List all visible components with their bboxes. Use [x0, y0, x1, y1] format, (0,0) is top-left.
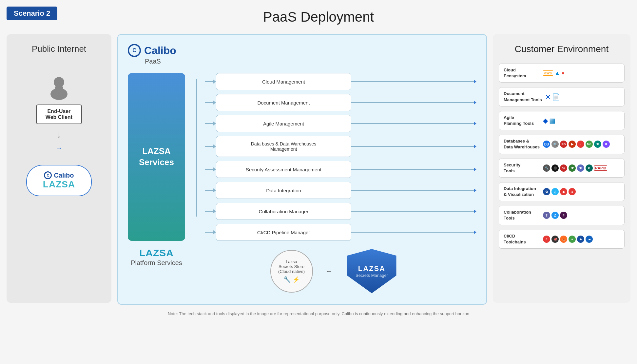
- env-row-0: CloudEcosystem aws ▲ ●: [499, 64, 625, 83]
- service-box-4: Security Assessment Management: [216, 161, 351, 178]
- platform-label-area: LAZSA Platform Services: [128, 247, 185, 267]
- env-box-7: CI/CDToolchains J 🐙 🦊 ● ▶ ☁: [499, 230, 625, 249]
- trello-icon: ▦: [549, 117, 555, 124]
- env-label-7: CI/CDToolchains: [504, 233, 540, 245]
- svg-point-1: [50, 88, 68, 100]
- env-label-3: Databases &Data WareHouses: [504, 138, 540, 150]
- arrow-right-to-center: →: [55, 144, 63, 152]
- end-user-box: End-User Web Client: [36, 105, 82, 124]
- service-box-6: Collaboration Manager: [216, 203, 351, 220]
- left-panel: Public Internet End-User Web Client ↓ → …: [7, 34, 111, 303]
- env-label-0: CloudEcosystem: [504, 67, 540, 79]
- secrets-store-circle: Lazsa Secrets Store (Cloud native) 🔧 ⚡: [270, 250, 313, 293]
- env-label-6: CollaborationTools: [504, 209, 540, 221]
- env-icons-7: J 🐙 🦊 ● ▶ ☁: [543, 236, 593, 243]
- gdocs-icon: 📄: [552, 94, 560, 100]
- calibo-cloud: C Calibo LAZSA: [26, 165, 92, 196]
- env-row-3: Databases &Data WareHouses DB 🔍 PG ▶ 🔺 M…: [499, 135, 625, 154]
- env-label-5: Data Integration& Visualization: [504, 186, 540, 198]
- env-box-2: AgilePlanning Tools ◆ ▦: [499, 111, 625, 130]
- calibo-logo-small: C Calibo: [37, 171, 81, 179]
- shield-lazsa-text: LAZSA: [358, 264, 385, 273]
- env-icons-6: T Z #: [543, 212, 567, 219]
- env-icons-5: ⚙ 💧 ◆ ●: [543, 188, 576, 195]
- env-row-6: CollaborationTools T Z #: [499, 206, 625, 225]
- env-box-4: SecurityTools 🔧 ⚫ 🛡 👁 👁 G RAPID: [499, 159, 625, 178]
- env-box-1: DocumentManagement Tools ✕ 📄: [499, 87, 625, 106]
- service-box-1: Document Management: [216, 94, 351, 111]
- svg-rect-2: [55, 86, 63, 89]
- lazsa-cloud-text: LAZSA: [37, 179, 81, 190]
- service-row-0: Cloud Management: [205, 73, 476, 90]
- env-icons-0: aws ▲ ●: [543, 70, 565, 76]
- svg-point-0: [54, 77, 64, 87]
- env-row-2: AgilePlanning Tools ◆ ▦: [499, 111, 625, 130]
- service-box-5: Data Integration: [216, 182, 351, 199]
- env-label-1: DocumentManagement Tools: [504, 91, 542, 103]
- service-box-0: Cloud Management: [216, 73, 351, 90]
- center-panel: C Calibo PaaS LAZSA Services: [117, 34, 487, 305]
- right-panel-title: Customer Environment: [499, 44, 625, 54]
- calibo-header: C Calibo: [128, 44, 476, 57]
- env-box-0: CloudEcosystem aws ▲ ●: [499, 64, 625, 83]
- end-user-label: End-User Web Client: [46, 108, 72, 120]
- env-row-1: DocumentManagement Tools ✕ 📄: [499, 87, 625, 106]
- calibo-icon-small: C: [44, 171, 52, 179]
- platform-services: Platform Services: [128, 259, 185, 267]
- env-icons-1: ✕ 📄: [545, 94, 560, 100]
- gcp-icon: ●: [562, 70, 565, 76]
- confluence-icon: ✕: [545, 94, 551, 100]
- service-box-3: Data bases & Data Warehouses Management: [216, 136, 351, 157]
- env-row-4: SecurityTools 🔧 ⚫ 🛡 👁 👁 G RAPID: [499, 159, 625, 178]
- paas-label: PaaS: [145, 58, 476, 65]
- secrets-arrow-left: ←: [326, 267, 333, 275]
- service-row-3: Data bases & Data Warehouses Management: [205, 136, 476, 157]
- secrets-icons: 🔧 ⚡: [283, 276, 300, 283]
- env-row-5: Data Integration& Visualization ⚙ 💧 ◆ ●: [499, 182, 625, 201]
- shield-subtitle: Secrets Manager: [356, 273, 388, 278]
- service-row-1: Document Management: [205, 94, 476, 111]
- aws-icon: aws: [543, 70, 553, 76]
- calibo-icon-large: C: [128, 44, 141, 57]
- env-box-3: Databases &Data WareHouses DB 🔍 PG ▶ 🔺 M…: [499, 135, 625, 154]
- env-icons-4: 🔧 ⚫ 🛡 👁 👁 G RAPID: [543, 164, 607, 172]
- jira-icon: ◆: [543, 117, 548, 124]
- calibo-name-large: Calibo: [144, 45, 176, 57]
- service-row-6: Collaboration Manager: [205, 203, 476, 220]
- note-text: Note: The tech stack and tools displayed…: [0, 311, 637, 316]
- service-box-2: Agile Management: [216, 115, 351, 132]
- service-row-4: Security Assessment Management: [205, 161, 476, 178]
- env-icons-3: DB 🔍 PG ▶ 🔺 Mo 👁 ❄: [543, 141, 610, 148]
- page-title: PaaS Deployment: [0, 0, 637, 31]
- env-icons-2: ◆ ▦: [543, 117, 555, 124]
- service-row-2: Agile Management: [205, 115, 476, 132]
- public-internet-title: Public Internet: [32, 44, 86, 54]
- azure-icon: ▲: [554, 70, 560, 76]
- user-icon: [46, 74, 72, 100]
- scenario-badge: Scenario 2: [7, 7, 57, 20]
- bottom-diagrams: Lazsa Secrets Store (Cloud native) 🔧 ⚡ ←…: [192, 247, 476, 295]
- lazsa-services-text: LAZSA Services: [139, 146, 174, 168]
- secrets-manager-shield: LAZSA Secrets Manager: [346, 247, 398, 295]
- service-box-7: CI/CD Pipeline Manager: [216, 224, 351, 241]
- env-box-6: CollaborationTools T Z #: [499, 206, 625, 225]
- env-label-2: AgilePlanning Tools: [504, 115, 540, 126]
- env-box-5: Data Integration& Visualization ⚙ 💧 ◆ ●: [499, 182, 625, 201]
- env-label-4: SecurityTools: [504, 162, 540, 174]
- env-row-7: CI/CDToolchains J 🐙 🦊 ● ▶ ☁: [499, 230, 625, 249]
- lazsa-services-box: LAZSA Services: [128, 73, 185, 241]
- right-env-wrap: CloudEcosystem aws ▲ ● DocumentManagemen…: [499, 64, 625, 249]
- arrow-down-1: ↓: [57, 130, 61, 139]
- right-panel: Customer Environment CloudEcosystem aws …: [493, 34, 630, 303]
- services-rows: Cloud Management Document Management Agi…: [205, 73, 476, 241]
- service-row-5: Data Integration: [205, 182, 476, 199]
- calibo-name-small: Calibo: [54, 172, 74, 179]
- user-icon-wrap: [46, 74, 72, 101]
- center-services-layout: LAZSA Services Cloud Management: [128, 73, 476, 241]
- service-row-7: CI/CD Pipeline Manager: [205, 224, 476, 241]
- connector-col: [188, 73, 205, 241]
- platform-name: LAZSA: [128, 247, 185, 259]
